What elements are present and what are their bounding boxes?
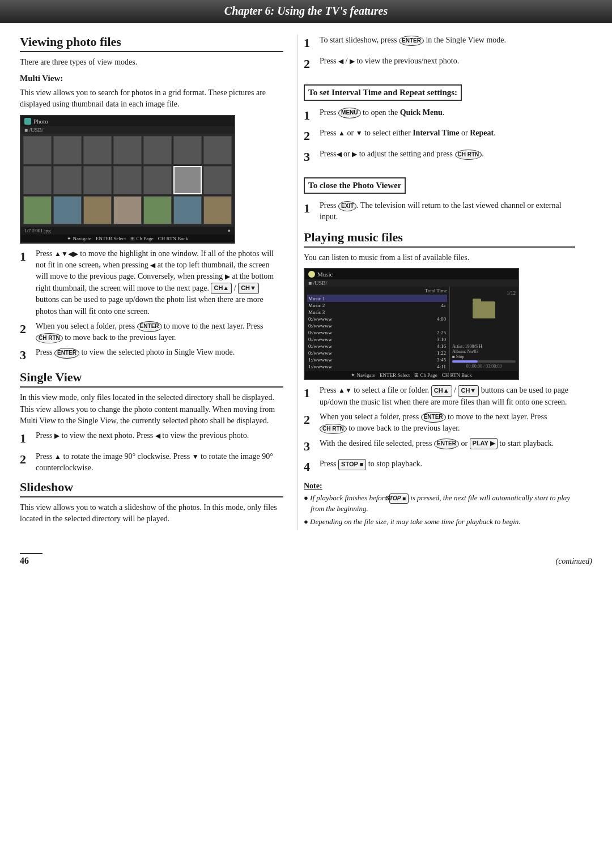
- page-number: 46: [20, 553, 42, 566]
- music-step-1-text: Press ▲▼ to select a file or folder. CH▲…: [320, 385, 575, 408]
- screenshot-status: 1/7 E001.jpg ●: [21, 227, 234, 235]
- music-ch-up: CH▲: [431, 385, 452, 397]
- music-row-7: 0:/wwwww 3:10: [307, 336, 447, 343]
- close-step-1-num: 1: [304, 200, 320, 223]
- step-1: 1 Press ▲▼◀▶ to move the highlight in on…: [20, 248, 283, 317]
- ss-step-1-text: To start slideshow, press ENTER in the S…: [320, 35, 575, 52]
- thumb-4: [113, 136, 142, 164]
- music-title: Music: [317, 271, 333, 278]
- thumb-17: [83, 196, 112, 224]
- section-playing-music: Playing music files You can listen to mu…: [304, 230, 575, 527]
- music-step-2-num: 2: [304, 411, 320, 435]
- thumb-8: [23, 166, 52, 194]
- int-step-3: 3 Press◀ or ▶ to adjust the setting and …: [304, 148, 575, 166]
- single-view-steps: 1 Press ▶ to view the next photo. Press …: [20, 430, 283, 474]
- music-list-header: Total Time: [307, 288, 447, 295]
- thumb-5: [143, 136, 172, 164]
- ss-arrow-right: ▶: [350, 57, 355, 65]
- music-row-9: 0:/wwwww 1:22: [307, 350, 447, 356]
- music-nav-navigate: ✦ Navigate: [351, 372, 375, 378]
- thumb-15: [23, 196, 52, 224]
- sv-step-1: 1 Press ▶ to view the next photo. Press …: [20, 430, 283, 448]
- music-row-6: 0:/wwwww 2:25: [307, 329, 447, 336]
- note-stop-btn: STOP ■: [389, 493, 409, 504]
- music-folder-icon: [473, 301, 495, 318]
- slideshow-title: Slideshow: [20, 480, 283, 497]
- screenshot-nav: ✦ Navigate ENTER Select ⊞ Ch Page CH RTN…: [21, 235, 234, 242]
- note-section: Note: ● If playback finishes before STOP…: [304, 482, 575, 527]
- music-name-7: 0:/wwwww: [308, 337, 332, 342]
- nav-item-back: CH RTN Back: [158, 236, 188, 241]
- screenshot-path: ■ /USB/: [21, 126, 234, 134]
- step-3-num: 3: [20, 347, 36, 364]
- music-step-4: 4 Press STOP ■ to stop playback.: [304, 458, 575, 476]
- enter-btn: ENTER: [137, 321, 162, 332]
- sv-step-1-text: Press ▶ to view the next photo. Press ◀ …: [36, 430, 283, 448]
- music-name-5: 0:/wwwww: [308, 323, 332, 329]
- music-enter-btn: ENTER: [421, 412, 446, 423]
- int-step-3-text: Press◀ or ▶ to adjust the setting and pr…: [320, 148, 575, 166]
- music-name-4: 0:/wwwww: [308, 316, 332, 322]
- thumb-6: [173, 136, 202, 164]
- music-time-10: 3:45: [437, 357, 446, 363]
- viewing-photos-intro: There are three types of view modes.: [20, 57, 283, 68]
- interval-heading: To set Interval Time and Repeat settings…: [304, 84, 462, 101]
- multiview-steps: 1 Press ▲▼◀▶ to move the highlight in on…: [20, 248, 283, 365]
- music-time-8: 4:16: [437, 343, 446, 349]
- nav-item-navigate: ✦ Navigate: [67, 236, 91, 241]
- close-step-1: 1 Press EXIT. The television will return…: [304, 200, 575, 223]
- music-content: Total Time Music 1 Music 2 4c Music 3: [305, 287, 518, 371]
- ss-step-1: 1 To start slideshow, press ENTER in the…: [304, 35, 575, 52]
- music-ch-down: CH▼: [458, 385, 479, 397]
- music-arrow-up: ▲▼: [338, 386, 352, 394]
- sv-arrow-right: ▶: [54, 432, 60, 440]
- music-time-7: 3:10: [437, 337, 446, 342]
- thumb-10: [83, 166, 112, 194]
- music-play-btn: PLAY ▶: [470, 438, 498, 449]
- music-step-3: 3 With the desired file selected, press …: [304, 438, 575, 456]
- int-step-1: 1 Press MENU to open the Quick Menu.: [304, 107, 575, 125]
- music-steps: 1 Press ▲▼ to select a file or folder. C…: [304, 385, 575, 476]
- music-step-2: 2 When you select a folder, press ENTER …: [304, 411, 575, 435]
- interval-steps: 1 Press MENU to open the Quick Menu. 2 P…: [304, 107, 575, 166]
- music-album: Album: No/03: [452, 349, 516, 354]
- music-time-4: 4:00: [437, 316, 446, 322]
- music-name-10: 1:/wwwww: [308, 357, 332, 363]
- int-arrow-down: ▼: [356, 129, 363, 137]
- total-time-label: Total Time: [425, 288, 447, 293]
- music-row-1: Music 1: [307, 295, 447, 302]
- step-2: 2 When you select a folder, press ENTER …: [20, 321, 283, 344]
- step-2-num: 2: [20, 321, 36, 344]
- multiview-desc: This view allows you to search for photo…: [20, 87, 283, 110]
- music-row-8: 0:/wwwww 4:16: [307, 343, 447, 350]
- page-header: Chapter 6: Using the TV's features: [0, 0, 612, 23]
- note-item-2: ● Depending on the file size, it may tak…: [304, 517, 575, 527]
- int-step-3-num: 3: [304, 148, 320, 166]
- thumb-selected: [173, 166, 202, 194]
- music-list: Total Time Music 1 Music 2 4c Music 3: [305, 287, 450, 371]
- single-view-title: Single View: [20, 370, 283, 388]
- music-nav-enter: ENTER Select: [380, 372, 410, 378]
- arrow-icons: ▲▼◀▶: [54, 250, 78, 258]
- photo-screenshot: Photo ■ /USB/: [20, 115, 235, 244]
- thumb-1: [23, 136, 52, 164]
- music-time-11: 4:11: [437, 364, 446, 369]
- sv-arrow-up: ▲: [54, 453, 61, 461]
- ss-arrow-left: ◀: [338, 57, 343, 65]
- ss-step-1-num: 1: [304, 35, 320, 52]
- music-panel: 1/12 Artist: 1900/S H Album: No/03 ■ Sto…: [450, 287, 518, 371]
- music-name-1: Music 1: [308, 296, 325, 301]
- section-slideshow: Slideshow This view allows you to watch …: [20, 480, 283, 525]
- music-nav-back: CH RTN Back: [442, 372, 472, 378]
- music-row-11: 1:/wwwww 4:11: [307, 363, 447, 370]
- photo-indicator: ●: [228, 228, 231, 233]
- arrow-right-icon: ▶: [225, 273, 230, 280]
- menu-btn: MENU: [338, 108, 360, 118]
- continued-label: (continued): [555, 557, 592, 566]
- sv-step-2: 2 Press ▲ to rotate the image 90° clockw…: [20, 451, 283, 474]
- sv-arrow-down: ▼: [192, 453, 199, 461]
- ss-step-2-num: 2: [304, 56, 320, 73]
- thumb-11: [113, 166, 142, 194]
- int-arrow-up: ▲: [338, 129, 345, 137]
- int-step-2-num: 2: [304, 127, 320, 145]
